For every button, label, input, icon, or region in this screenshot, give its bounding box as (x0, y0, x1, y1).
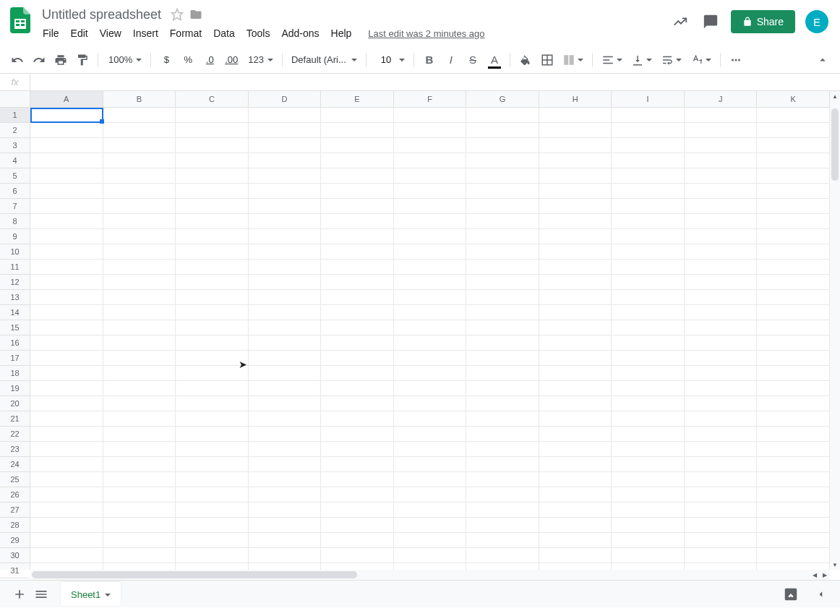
cell[interactable] (176, 275, 249, 290)
cell[interactable] (539, 305, 612, 320)
text-rotation-button[interactable] (687, 50, 715, 70)
decrease-decimal-button[interactable]: .0 (200, 50, 220, 70)
cell[interactable] (321, 244, 394, 260)
row-header[interactable]: 11 (0, 260, 30, 275)
cell[interactable] (249, 396, 322, 411)
cell[interactable] (466, 320, 539, 335)
cell[interactable] (321, 320, 394, 335)
row-header[interactable]: 29 (0, 533, 30, 548)
cell[interactable] (249, 442, 322, 457)
cell[interactable] (394, 108, 467, 123)
column-header[interactable]: B (103, 91, 176, 107)
horizontal-scrollbar[interactable]: ◀ ▶ (30, 570, 830, 580)
cell[interactable] (394, 199, 467, 214)
cell[interactable] (321, 442, 394, 457)
column-header[interactable]: H (539, 91, 612, 107)
cell[interactable] (103, 168, 176, 184)
cell[interactable] (757, 275, 830, 290)
cell[interactable] (757, 396, 830, 411)
cell[interactable] (394, 138, 467, 153)
cell[interactable] (103, 487, 176, 502)
cell[interactable] (176, 184, 249, 199)
cell[interactable] (249, 108, 322, 123)
cell[interactable] (103, 442, 176, 457)
cell[interactable] (176, 290, 249, 305)
cell[interactable] (321, 138, 394, 153)
cell[interactable] (321, 366, 394, 381)
cell[interactable] (394, 366, 467, 381)
more-toolbar-button[interactable] (726, 50, 746, 70)
column-header[interactable]: C (176, 91, 249, 107)
cell[interactable] (685, 214, 758, 229)
cell[interactable] (176, 502, 249, 518)
cell[interactable] (249, 244, 322, 260)
activity-icon[interactable] (670, 12, 690, 32)
cell[interactable] (685, 153, 758, 168)
cell[interactable] (612, 487, 685, 502)
row-header[interactable]: 7 (0, 199, 30, 214)
cell[interactable] (539, 366, 612, 381)
cell[interactable] (394, 229, 467, 244)
cell[interactable] (757, 153, 830, 168)
format-percent-button[interactable]: % (178, 50, 198, 70)
cell[interactable] (539, 184, 612, 199)
cell[interactable] (539, 381, 612, 396)
cell[interactable] (394, 351, 467, 366)
cell[interactable] (685, 123, 758, 138)
row-header[interactable]: 6 (0, 184, 30, 199)
more-formats-button[interactable]: 123 (243, 50, 277, 70)
row-header[interactable]: 25 (0, 472, 30, 487)
row-header[interactable]: 15 (0, 320, 30, 335)
menu-data[interactable]: Data (208, 25, 240, 42)
row-header[interactable]: 19 (0, 381, 30, 396)
cell[interactable] (176, 381, 249, 396)
cell[interactable] (685, 533, 758, 548)
cell[interactable] (249, 518, 322, 533)
row-header[interactable]: 13 (0, 290, 30, 305)
cell[interactable] (757, 123, 830, 138)
cell[interactable] (466, 305, 539, 320)
cell[interactable] (249, 320, 322, 335)
cell[interactable] (321, 396, 394, 411)
cell[interactable] (321, 123, 394, 138)
menu-help[interactable]: Help (326, 25, 357, 42)
cell[interactable] (30, 457, 103, 472)
print-button[interactable] (51, 50, 71, 70)
cell[interactable] (612, 396, 685, 411)
formula-input[interactable] (30, 74, 840, 90)
cell[interactable] (103, 411, 176, 427)
cell[interactable] (249, 290, 322, 305)
cell[interactable] (539, 123, 612, 138)
cell[interactable] (249, 533, 322, 548)
account-avatar[interactable]: E (805, 10, 828, 33)
cell[interactable] (103, 153, 176, 168)
cell[interactable] (30, 548, 103, 563)
column-header[interactable]: I (612, 91, 685, 107)
row-header[interactable]: 3 (0, 138, 30, 153)
cell[interactable] (466, 381, 539, 396)
scroll-up-arrow[interactable]: ▲ (830, 91, 840, 101)
cell[interactable] (757, 260, 830, 275)
merge-cells-button[interactable] (559, 50, 587, 70)
cell[interactable] (612, 214, 685, 229)
cell[interactable] (685, 229, 758, 244)
cell[interactable] (249, 351, 322, 366)
cell[interactable] (685, 184, 758, 199)
cell[interactable] (321, 260, 394, 275)
sheet-menu-caret-icon[interactable] (105, 594, 111, 596)
menu-file[interactable]: File (38, 25, 64, 42)
horizontal-align-button[interactable] (598, 50, 626, 70)
cell[interactable] (612, 457, 685, 472)
borders-button[interactable] (537, 50, 557, 70)
select-all-corner[interactable] (0, 91, 30, 108)
cell[interactable] (176, 123, 249, 138)
cell[interactable] (249, 199, 322, 214)
cell[interactable] (30, 138, 103, 153)
cell[interactable] (394, 214, 467, 229)
cell[interactable] (321, 457, 394, 472)
cell[interactable] (321, 153, 394, 168)
side-panel-toggle[interactable] (810, 583, 831, 605)
cell[interactable] (466, 229, 539, 244)
cell[interactable] (757, 472, 830, 487)
cell[interactable] (466, 411, 539, 427)
